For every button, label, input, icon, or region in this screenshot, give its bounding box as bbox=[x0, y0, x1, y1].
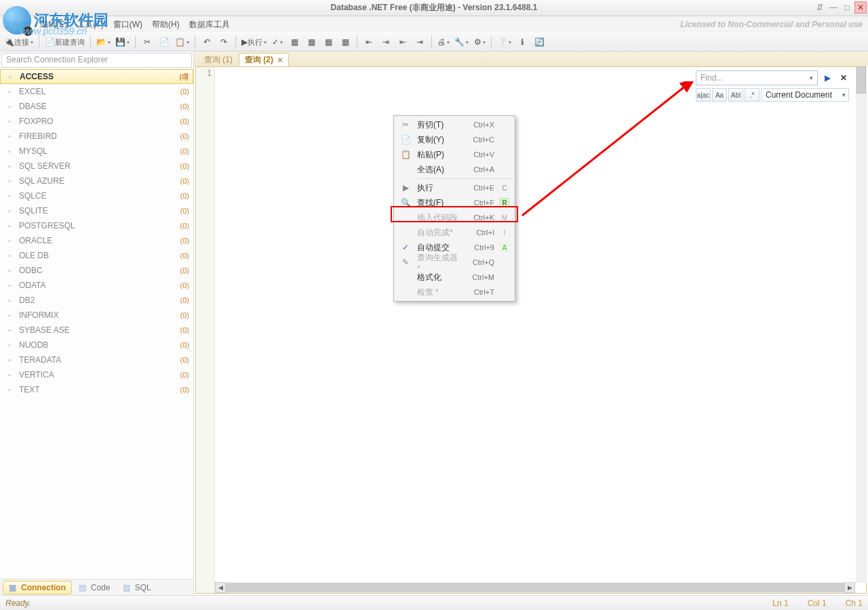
scroll-left-icon[interactable]: ◀ bbox=[215, 582, 226, 593]
connection-item-odata[interactable]: ▫ODATA (0) bbox=[0, 278, 193, 293]
db-icon: ▫ bbox=[4, 340, 15, 350]
connection-item-dbase[interactable]: ▫DBASE (0) bbox=[0, 99, 193, 114]
connection-item-sybase-ase[interactable]: ▫SYBASE ASE (0) bbox=[0, 323, 193, 338]
scrollbar-vertical[interactable] bbox=[856, 66, 867, 583]
code-area[interactable] bbox=[215, 67, 866, 593]
editor-tab[interactable]: 查询 (2)✕ bbox=[239, 53, 289, 66]
connection-item-sql-server[interactable]: ▫SQL SERVER (0) bbox=[0, 159, 193, 174]
minimize-button[interactable]: — bbox=[827, 1, 840, 14]
check-icon: ✓ bbox=[399, 243, 412, 252]
connection-item-firebird[interactable]: ▫FIREBIRD (0) bbox=[0, 129, 193, 144]
badge: A bbox=[500, 243, 509, 252]
connection-item-sqlite[interactable]: ▫SQLITE (0) bbox=[0, 203, 193, 218]
connection-item-vertica[interactable]: ▫VERTICA (0) bbox=[0, 367, 193, 382]
grid2-icon[interactable]: ▦ bbox=[304, 35, 319, 49]
grid1-icon[interactable]: ▦ bbox=[287, 35, 302, 49]
db-icon: ▫ bbox=[4, 354, 15, 365]
save-button[interactable]: 💾 bbox=[114, 35, 131, 49]
indent2-button[interactable]: ⇥ bbox=[412, 35, 427, 49]
check-button[interactable]: ✓ bbox=[270, 35, 285, 49]
connection-item-teradata[interactable]: ▫TERADATA (0) bbox=[0, 352, 193, 367]
tools-button[interactable]: 🔧 bbox=[453, 35, 470, 49]
close-button[interactable]: ✕ bbox=[854, 1, 867, 14]
connection-item-ole-db[interactable]: ▫OLE DB (0) bbox=[0, 248, 193, 263]
context-menu-item[interactable]: ✂剪切(T)Ctrl+X bbox=[395, 117, 513, 132]
close-tab-icon[interactable]: ✕ bbox=[277, 56, 283, 64]
execute-button[interactable]: ▶执行 bbox=[240, 35, 268, 49]
connection-item-mysql[interactable]: ▫MYSQL (0) bbox=[0, 144, 193, 159]
line-gutter: 1 bbox=[196, 67, 215, 593]
context-menu-item[interactable]: 全选(A)Ctrl+A bbox=[395, 162, 513, 177]
menu-help[interactable]: 帮助(H) bbox=[152, 19, 180, 30]
find-next-button[interactable]: ▶ bbox=[821, 71, 834, 85]
editor-tab[interactable]: 查询 (1) bbox=[198, 53, 239, 66]
indent-left-button[interactable]: ⇤ bbox=[361, 35, 376, 49]
db-icon: ▫ bbox=[4, 250, 15, 261]
connection-item-postgresql[interactable]: ▫POSTGRESQL (0) bbox=[0, 218, 193, 233]
sql-icon: ▥ bbox=[123, 583, 132, 592]
connection-item-text[interactable]: ▫TEXT (0) bbox=[0, 382, 193, 397]
help-icon[interactable]: ? bbox=[184, 72, 189, 81]
opt-match-case[interactable]: Aa bbox=[712, 88, 727, 102]
opt-whole-word[interactable]: Abl bbox=[728, 88, 743, 102]
connection-item-odbc[interactable]: ▫ODBC (0) bbox=[0, 263, 193, 278]
tab-connection[interactable]: ▦Connection bbox=[3, 581, 72, 594]
context-menu-item[interactable]: 格式化Ctrl+M bbox=[395, 270, 513, 285]
context-menu-item: 自动完成*Ctrl+II bbox=[395, 225, 513, 240]
menu-window[interactable]: 窗口(W) bbox=[113, 19, 142, 30]
search-connection-input[interactable]: Search Connection Explorer bbox=[1, 53, 192, 68]
db-icon: ▫ bbox=[4, 176, 15, 186]
connection-item-oracle[interactable]: ▫ORACLE (0) bbox=[0, 233, 193, 248]
opt-regex-partial[interactable]: a|ac bbox=[696, 88, 711, 102]
connection-item-sqlce[interactable]: ▫SQLCE (0) bbox=[0, 188, 193, 203]
connection-item-foxpro[interactable]: ▫FOXPRO (0) bbox=[0, 114, 193, 129]
context-menu-item[interactable]: ▶执行Ctrl+EC bbox=[395, 180, 513, 195]
connection-item-nuodb[interactable]: ▫NUODB (0) bbox=[0, 338, 193, 352]
tab-code[interactable]: ▤Code bbox=[73, 582, 116, 594]
undo-button[interactable]: ↶ bbox=[199, 35, 214, 49]
menu-dbtools[interactable]: 数据库工具 bbox=[189, 19, 230, 30]
open-button[interactable]: 📂 bbox=[95, 35, 112, 49]
options-icon[interactable]: ⇵ bbox=[814, 1, 826, 14]
opt-regex[interactable]: .* bbox=[745, 88, 760, 102]
menu-edit[interactable]: 编辑(E) bbox=[40, 19, 67, 30]
indent-right-button[interactable]: ⇥ bbox=[378, 35, 393, 49]
paste-button[interactable]: 📋 bbox=[174, 35, 191, 49]
scroll-right-icon[interactable]: ▶ bbox=[844, 582, 855, 593]
db-icon: ▫ bbox=[4, 295, 15, 306]
find-input[interactable]: Find... bbox=[696, 70, 818, 85]
settings-button[interactable]: ⚙ bbox=[472, 35, 487, 49]
menu-tools[interactable]: 工具(T) bbox=[77, 19, 103, 30]
new-query-button[interactable]: 📄新建查询 bbox=[43, 35, 86, 49]
cut-button[interactable]: ✂ bbox=[140, 35, 155, 49]
connection-item-informix[interactable]: ▫INFORMIX (0) bbox=[0, 308, 193, 323]
context-menu-item[interactable]: 🔍查找(F)Ctrl+FR bbox=[395, 195, 513, 210]
grid4-icon[interactable]: ▦ bbox=[338, 35, 353, 49]
db-icon: ▫ bbox=[4, 325, 15, 336]
find-close-button[interactable]: ✕ bbox=[837, 71, 850, 85]
copy-button[interactable]: 📄 bbox=[157, 35, 172, 49]
find-scope-select[interactable]: Current Document bbox=[761, 88, 849, 102]
redo-button[interactable]: ↷ bbox=[216, 35, 231, 49]
connection-item-sql-azure[interactable]: ▫SQL AZURE (0) bbox=[0, 174, 193, 188]
db-icon: ▫ bbox=[5, 71, 16, 82]
editor-body: 1 ◀ ▶ bbox=[195, 66, 867, 594]
outdent-button[interactable]: ⇤ bbox=[395, 35, 410, 49]
info-button[interactable]: ℹ bbox=[515, 35, 530, 49]
context-menu-item[interactable]: 📄复制(Y)Ctrl+C bbox=[395, 132, 513, 147]
connection-item-access[interactable]: ▫ACCESS (0)? bbox=[0, 69, 193, 84]
badge: I bbox=[500, 228, 509, 237]
grid3-icon[interactable]: ▦ bbox=[321, 35, 336, 49]
tab-sql[interactable]: ▥SQL bbox=[117, 582, 157, 594]
editor-tabs: 查询 (1)查询 (2)✕ bbox=[194, 52, 868, 66]
help-button[interactable]: ❔ bbox=[496, 35, 513, 49]
connection-item-excel[interactable]: ▫EXCEL (0) bbox=[0, 84, 193, 99]
menu-file[interactable]: 文件(F) bbox=[4, 19, 31, 30]
scrollbar-horizontal[interactable]: ◀ ▶ bbox=[215, 582, 855, 593]
connection-item-db2[interactable]: ▫DB2 (0) bbox=[0, 293, 193, 308]
context-menu-item[interactable]: 📋粘贴(P)Ctrl+V bbox=[395, 147, 513, 162]
maximize-button[interactable]: □ bbox=[841, 1, 853, 14]
connect-button[interactable]: 🔌连接 bbox=[3, 35, 35, 49]
refresh-button[interactable]: 🔄 bbox=[532, 35, 547, 49]
print-button[interactable]: 🖨 bbox=[436, 35, 451, 49]
